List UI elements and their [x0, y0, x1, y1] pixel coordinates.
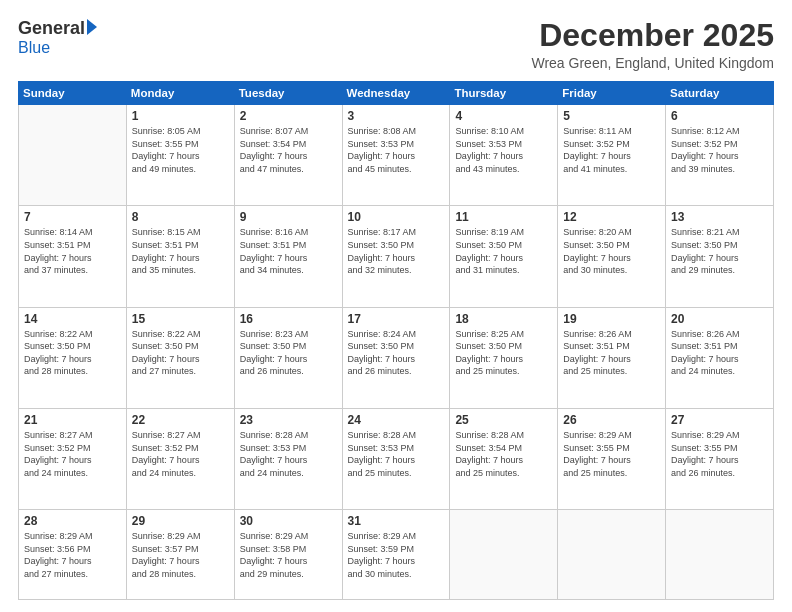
cell-info: Sunset: 3:50 PM: [240, 340, 337, 353]
day-number: 28: [24, 514, 121, 528]
day-number: 16: [240, 312, 337, 326]
day-number: 13: [671, 210, 768, 224]
table-row: 13Sunrise: 8:21 AMSunset: 3:50 PMDayligh…: [666, 206, 774, 307]
cell-info: and 27 minutes.: [24, 568, 121, 581]
cell-info: Sunset: 3:50 PM: [671, 239, 768, 252]
cell-info: Daylight: 7 hours: [455, 150, 552, 163]
table-row: 8Sunrise: 8:15 AMSunset: 3:51 PMDaylight…: [126, 206, 234, 307]
cell-info: Daylight: 7 hours: [24, 454, 121, 467]
cell-info: Sunset: 3:54 PM: [455, 442, 552, 455]
cell-info: Daylight: 7 hours: [132, 454, 229, 467]
day-number: 20: [671, 312, 768, 326]
cell-info: and 26 minutes.: [240, 365, 337, 378]
cell-info: Daylight: 7 hours: [24, 555, 121, 568]
table-row: 6Sunrise: 8:12 AMSunset: 3:52 PMDaylight…: [666, 105, 774, 206]
day-number: 31: [348, 514, 445, 528]
cell-info: and 43 minutes.: [455, 163, 552, 176]
table-row: [666, 510, 774, 600]
table-row: 19Sunrise: 8:26 AMSunset: 3:51 PMDayligh…: [558, 307, 666, 408]
cell-info: Sunset: 3:55 PM: [671, 442, 768, 455]
table-row: 11Sunrise: 8:19 AMSunset: 3:50 PMDayligh…: [450, 206, 558, 307]
cell-info: and 45 minutes.: [348, 163, 445, 176]
table-row: 5Sunrise: 8:11 AMSunset: 3:52 PMDaylight…: [558, 105, 666, 206]
header: General Blue December 2025 Wrea Green, E…: [18, 18, 774, 71]
cell-info: Sunset: 3:52 PM: [671, 138, 768, 151]
cell-info: Sunset: 3:58 PM: [240, 543, 337, 556]
cell-info: and 26 minutes.: [671, 467, 768, 480]
day-number: 17: [348, 312, 445, 326]
table-row: 9Sunrise: 8:16 AMSunset: 3:51 PMDaylight…: [234, 206, 342, 307]
cell-info: Sunrise: 8:26 AM: [563, 328, 660, 341]
cell-info: and 28 minutes.: [24, 365, 121, 378]
cell-info: and 28 minutes.: [132, 568, 229, 581]
col-thursday: Thursday: [450, 82, 558, 105]
cell-info: Daylight: 7 hours: [348, 150, 445, 163]
cell-info: Sunset: 3:51 PM: [240, 239, 337, 252]
cell-info: Sunrise: 8:14 AM: [24, 226, 121, 239]
cell-info: Sunrise: 8:08 AM: [348, 125, 445, 138]
cell-info: Sunset: 3:53 PM: [348, 442, 445, 455]
cell-info: Sunrise: 8:17 AM: [348, 226, 445, 239]
cell-info: and 41 minutes.: [563, 163, 660, 176]
cell-info: and 27 minutes.: [132, 365, 229, 378]
table-row: 26Sunrise: 8:29 AMSunset: 3:55 PMDayligh…: [558, 408, 666, 509]
cell-info: Daylight: 7 hours: [671, 454, 768, 467]
table-row: 30Sunrise: 8:29 AMSunset: 3:58 PMDayligh…: [234, 510, 342, 600]
cell-info: Sunrise: 8:10 AM: [455, 125, 552, 138]
cell-info: and 24 minutes.: [240, 467, 337, 480]
cell-info: and 47 minutes.: [240, 163, 337, 176]
table-row: 7Sunrise: 8:14 AMSunset: 3:51 PMDaylight…: [19, 206, 127, 307]
cell-info: Sunset: 3:56 PM: [24, 543, 121, 556]
cell-info: Daylight: 7 hours: [240, 555, 337, 568]
cell-info: Daylight: 7 hours: [24, 353, 121, 366]
table-row: 1Sunrise: 8:05 AMSunset: 3:55 PMDaylight…: [126, 105, 234, 206]
cell-info: Daylight: 7 hours: [671, 252, 768, 265]
cell-info: Sunset: 3:50 PM: [455, 340, 552, 353]
table-row: 18Sunrise: 8:25 AMSunset: 3:50 PMDayligh…: [450, 307, 558, 408]
cell-info: Sunrise: 8:27 AM: [132, 429, 229, 442]
cell-info: and 25 minutes.: [455, 365, 552, 378]
cell-info: Sunset: 3:52 PM: [24, 442, 121, 455]
table-row: 10Sunrise: 8:17 AMSunset: 3:50 PMDayligh…: [342, 206, 450, 307]
cell-info: Sunset: 3:50 PM: [348, 340, 445, 353]
cell-info: and 39 minutes.: [671, 163, 768, 176]
calendar-header-row: Sunday Monday Tuesday Wednesday Thursday…: [19, 82, 774, 105]
cell-info: Daylight: 7 hours: [455, 252, 552, 265]
cell-info: Sunrise: 8:12 AM: [671, 125, 768, 138]
cell-info: Sunrise: 8:28 AM: [240, 429, 337, 442]
cell-info: and 49 minutes.: [132, 163, 229, 176]
col-tuesday: Tuesday: [234, 82, 342, 105]
cell-info: Sunset: 3:52 PM: [563, 138, 660, 151]
cell-info: Sunset: 3:59 PM: [348, 543, 445, 556]
cell-info: Sunset: 3:53 PM: [240, 442, 337, 455]
table-row: 22Sunrise: 8:27 AMSunset: 3:52 PMDayligh…: [126, 408, 234, 509]
cell-info: and 25 minutes.: [348, 467, 445, 480]
cell-info: Sunrise: 8:29 AM: [348, 530, 445, 543]
cell-info: Sunset: 3:50 PM: [348, 239, 445, 252]
table-row: 25Sunrise: 8:28 AMSunset: 3:54 PMDayligh…: [450, 408, 558, 509]
col-saturday: Saturday: [666, 82, 774, 105]
table-row: 28Sunrise: 8:29 AMSunset: 3:56 PMDayligh…: [19, 510, 127, 600]
col-friday: Friday: [558, 82, 666, 105]
day-number: 7: [24, 210, 121, 224]
logo: General Blue: [18, 18, 97, 57]
table-row: 15Sunrise: 8:22 AMSunset: 3:50 PMDayligh…: [126, 307, 234, 408]
cell-info: Sunrise: 8:21 AM: [671, 226, 768, 239]
cell-info: Daylight: 7 hours: [563, 454, 660, 467]
day-number: 8: [132, 210, 229, 224]
cell-info: Sunrise: 8:23 AM: [240, 328, 337, 341]
cell-info: Daylight: 7 hours: [563, 252, 660, 265]
day-number: 5: [563, 109, 660, 123]
cell-info: Sunrise: 8:25 AM: [455, 328, 552, 341]
location-subtitle: Wrea Green, England, United Kingdom: [531, 55, 774, 71]
cell-info: Sunset: 3:50 PM: [24, 340, 121, 353]
cell-info: Sunrise: 8:11 AM: [563, 125, 660, 138]
table-row: 17Sunrise: 8:24 AMSunset: 3:50 PMDayligh…: [342, 307, 450, 408]
table-row: 23Sunrise: 8:28 AMSunset: 3:53 PMDayligh…: [234, 408, 342, 509]
cell-info: Daylight: 7 hours: [563, 150, 660, 163]
cell-info: and 30 minutes.: [563, 264, 660, 277]
table-row: [19, 105, 127, 206]
day-number: 10: [348, 210, 445, 224]
cell-info: and 25 minutes.: [563, 467, 660, 480]
cell-info: Sunrise: 8:22 AM: [132, 328, 229, 341]
